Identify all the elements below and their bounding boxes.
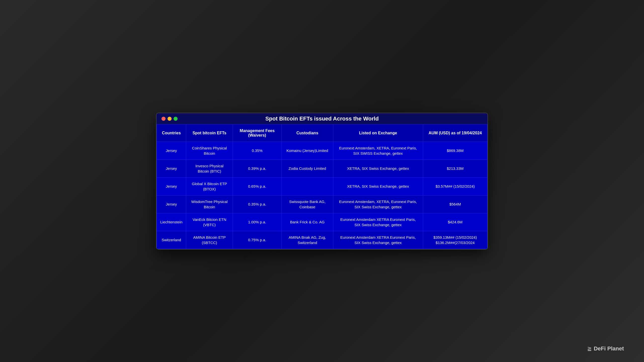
fees-cell: 0.65% p.a.: [233, 177, 281, 195]
minimize-button[interactable]: [168, 117, 172, 121]
exchange-cell: Euronext Amsterdam XETRA Euronext Paris,…: [333, 231, 423, 249]
close-button[interactable]: [162, 117, 166, 121]
fees-cell: 0.35%: [233, 142, 281, 159]
custodians-cell: Bank Frick & Co. AG: [281, 213, 333, 231]
table-header-row: Countries Spot bitcoin EFTs Management F…: [157, 124, 488, 142]
exchange-cell: Euronext Amsterdam XETRA Euronext Paris,…: [333, 213, 423, 231]
col-header-aum: AUM (USD) as of 19/04/2024: [423, 124, 487, 142]
etf-cell: Invesco Physical Bitcoin (BTIC): [186, 159, 233, 177]
table-row: Switzerland AMINA Bitcoin ETP (SBTCC) 0.…: [157, 231, 488, 249]
country-cell: Jersey: [157, 142, 186, 159]
etf-cell: Global X Bitcoin ETP (BTOX): [186, 177, 233, 195]
brand-bar: ≧ DeFi Planet: [587, 345, 624, 352]
exchange-cell: XETRA, SIX Swiss Exchange, gettex: [333, 177, 423, 195]
fees-cell: 0.75% p.a.: [233, 231, 281, 249]
exchange-cell: XETRA, SIX Swiss Exchange, gettex: [333, 159, 423, 177]
custodians-cell: AMINA Bnak AG, Zug, Switzerland: [281, 231, 333, 249]
custodians-cell: [281, 177, 333, 195]
col-header-custodians: Custodians: [281, 124, 333, 142]
etf-cell: CoinShares Physical Bitcoin: [186, 142, 233, 159]
col-header-exchange: Listed on Exchange: [333, 124, 423, 142]
etf-cell: AMINA Bitcoin ETP (SBTCC): [186, 231, 233, 249]
exchange-cell: Euronext Amsterdam, XETRA, Euronext Pari…: [333, 195, 423, 213]
maximize-button[interactable]: [174, 117, 178, 121]
title-bar: Spot Bitcoin EFTs issued Across the Worl…: [156, 113, 488, 124]
brand-icon: ≧: [587, 345, 592, 352]
col-header-fees: Management Fees (Waivers): [233, 124, 281, 142]
country-cell: Switzerland: [157, 231, 186, 249]
brand-name: DeFi Planet: [594, 345, 624, 352]
window-title: Spot Bitcoin EFTs issued Across the Worl…: [265, 115, 379, 122]
country-cell: Liechtenstein: [157, 213, 186, 231]
etf-cell: VanEck Bitcion ETN (VBTC): [186, 213, 233, 231]
fees-cell: 1.00% p.a.: [233, 213, 281, 231]
table-row: Jersey CoinShares Physical Bitcoin 0.35%…: [157, 142, 488, 159]
custodians-cell: Zodia Custody Limited: [281, 159, 333, 177]
table-row: Liechtenstein VanEck Bitcion ETN (VBTC) …: [157, 213, 488, 231]
fees-cell: 0.35% p.a.: [233, 195, 281, 213]
exchange-cell: Euronext Amsterdam, XETRA, Euronext Pari…: [333, 142, 423, 159]
aum-cell: $869.38M: [423, 142, 487, 159]
country-cell: Jersey: [157, 177, 186, 195]
country-cell: Jersey: [157, 195, 186, 213]
col-header-spot-bitcoin: Spot bitcoin EFTs: [186, 124, 233, 142]
aum-cell: $213.33M: [423, 159, 487, 177]
fees-cell: 0.39% p.a.: [233, 159, 281, 177]
aum-cell: $359.13M## (15/02/2024) $136.2M##(27/03/…: [423, 231, 487, 249]
etf-cell: WisdomTree Physical Bitcoin: [186, 195, 233, 213]
custodians-cell: Swissquote Bank AG, Coinbase: [281, 195, 333, 213]
aum-cell: $424.6M: [423, 213, 487, 231]
etf-table: Countries Spot bitcoin EFTs Management F…: [156, 124, 488, 249]
custodians-cell: Komainu (Jersey)Limited: [281, 142, 333, 159]
aum-cell: $564M: [423, 195, 487, 213]
aum-cell: $3.57M## (15/02/2024): [423, 177, 487, 195]
table-row: Jersey Invesco Physical Bitcoin (BTIC) 0…: [157, 159, 488, 177]
table-row: Jersey WisdomTree Physical Bitcoin 0.35%…: [157, 195, 488, 213]
main-window: Spot Bitcoin EFTs issued Across the Worl…: [156, 113, 488, 250]
col-header-countries: Countries: [157, 124, 186, 142]
table-row: Jersey Global X Bitcoin ETP (BTOX) 0.65%…: [157, 177, 488, 195]
country-cell: Jersey: [157, 159, 186, 177]
traffic-lights: [162, 117, 178, 121]
